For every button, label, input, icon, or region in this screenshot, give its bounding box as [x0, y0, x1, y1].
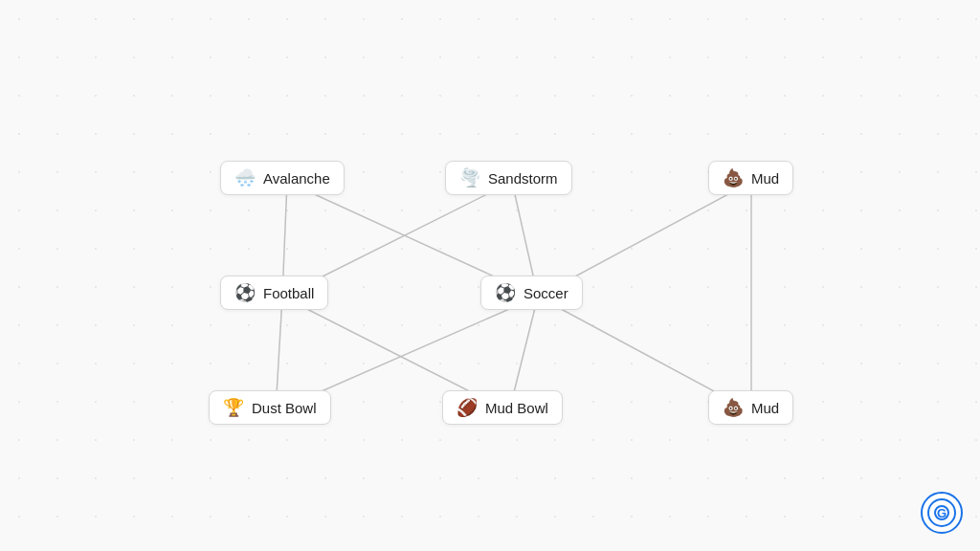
node-icon-mud2: 💩	[723, 399, 744, 416]
node-icon-sandstorm: 🌪️	[459, 169, 480, 187]
node-mud2[interactable]: 💩Mud	[708, 390, 793, 425]
node-icon-mudbowl: 🏈	[457, 399, 478, 416]
node-icon-soccer: ⚽	[495, 284, 516, 301]
node-label-mudbowl: Mud Bowl	[485, 400, 548, 416]
node-label-mud1: Mud	[751, 170, 779, 187]
node-icon-avalanche: 🌨️	[234, 169, 256, 187]
node-icon-mud1: 💩	[723, 169, 744, 187]
node-sandstorm[interactable]: 🌪️Sandstorm	[445, 161, 572, 195]
node-mudbowl[interactable]: 🏈Mud Bowl	[442, 390, 563, 425]
node-icon-football: ⚽	[234, 284, 256, 301]
node-label-avalanche: Avalanche	[263, 170, 330, 187]
node-label-soccer: Soccer	[523, 285, 568, 301]
node-avalanche[interactable]: 🌨️Avalanche	[220, 161, 345, 195]
node-icon-dustbowl: 🏆	[223, 399, 244, 416]
node-label-football: Football	[263, 285, 314, 301]
node-soccer[interactable]: ⚽Soccer	[480, 276, 583, 310]
node-dustbowl[interactable]: 🏆Dust Bowl	[209, 390, 331, 425]
svg-text:G: G	[937, 506, 947, 520]
node-mud1[interactable]: 💩Mud	[708, 161, 793, 195]
node-label-sandstorm: Sandstorm	[488, 170, 558, 187]
node-football[interactable]: ⚽Football	[220, 276, 328, 310]
node-label-mud2: Mud	[751, 400, 779, 416]
brand-logo: G	[921, 492, 963, 534]
node-label-dustbowl: Dust Bowl	[252, 400, 317, 416]
